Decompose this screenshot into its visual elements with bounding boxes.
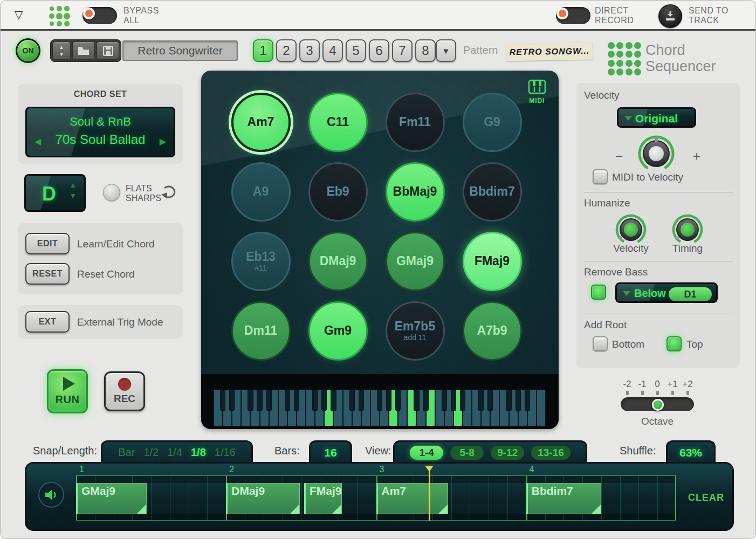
piano-key-black-33[interactable]	[525, 390, 530, 411]
clear-button[interactable]: CLEAR	[685, 492, 725, 504]
piano-key-black-17[interactable]	[377, 390, 382, 411]
piano-key-black-31[interactable]	[506, 390, 511, 411]
send-to-track-button[interactable]	[658, 4, 682, 28]
remove-bass-note[interactable]: D1	[669, 287, 712, 301]
pattern-name-tape[interactable]: RETRO SONGW...	[506, 43, 593, 61]
reset-button[interactable]: RESET	[25, 263, 70, 285]
run-button[interactable]: RUN	[47, 369, 88, 413]
resize-handle-icon[interactable]	[137, 505, 146, 514]
pattern-button-3[interactable]: 3	[299, 39, 320, 62]
preset-open-button[interactable]	[72, 42, 95, 60]
add-root-bottom-checkbox[interactable]	[593, 336, 608, 351]
view-range-9-12[interactable]: 9-12	[491, 446, 524, 460]
pattern-button-5[interactable]: 5	[346, 39, 366, 62]
chord-block-Bbdim7[interactable]: Bbdim7	[526, 483, 601, 514]
pattern-button-6[interactable]: 6	[369, 39, 389, 62]
direct-record-toggle[interactable]	[556, 7, 590, 24]
resize-handle-icon[interactable]	[438, 505, 448, 514]
chord-set-display[interactable]: Soul & RnB 70s Soul Ballad ◀ ▶	[25, 107, 175, 157]
piano-key-black-8[interactable]	[294, 390, 299, 411]
view-range-5-8[interactable]: 5-8	[450, 446, 484, 460]
piano-key-black-15[interactable]	[359, 390, 364, 411]
chord-pad-Em7b5[interactable]: Em7b5add 11	[386, 301, 445, 361]
snap-option-1-2[interactable]: 1/2	[143, 446, 159, 459]
preset-name-field[interactable]: Retro Songwriter	[122, 40, 238, 61]
chord-pad-Am7[interactable]: Am7	[231, 93, 291, 152]
shuffle-tab[interactable]: 63%	[666, 440, 716, 463]
resize-handle-icon[interactable]	[290, 505, 299, 514]
key-up-icon[interactable]: ▲	[69, 181, 77, 189]
window-menu-icon[interactable]: ▽	[15, 8, 23, 21]
piano-key-black-32[interactable]	[516, 390, 521, 411]
snap-option-1-4[interactable]: 1/4	[167, 446, 182, 459]
playhead[interactable]	[429, 468, 430, 521]
pattern-button-1[interactable]: 1	[253, 39, 273, 62]
chord-pad-Bbdim7[interactable]: Bbdim7	[463, 162, 522, 222]
piano-key-black-12[interactable]	[331, 390, 336, 411]
chord-block-Am7[interactable]: Am7	[376, 483, 449, 514]
pattern-button-7[interactable]: 7	[392, 39, 413, 62]
piano-key-black-28[interactable]	[478, 390, 484, 411]
piano-key-black-3[interactable]	[248, 390, 253, 411]
chord-pad-DMaj9[interactable]: DMaj9	[308, 232, 368, 291]
preset-down-icon[interactable]: ▼	[59, 51, 64, 58]
chord-pad-FMaj9[interactable]: FMaj9	[463, 232, 522, 291]
preset-spinner[interactable]: ▲ ▼	[52, 42, 71, 60]
resize-handle-icon[interactable]	[592, 505, 601, 514]
ext-button[interactable]: EXT	[25, 311, 70, 333]
preset-up-icon[interactable]: ▲	[59, 44, 64, 51]
piano-key-black-26[interactable]	[460, 390, 465, 411]
view-range-13-16[interactable]: 13-16	[531, 446, 571, 460]
piano-key-black-11[interactable]	[321, 390, 327, 411]
audition-button[interactable]	[38, 482, 64, 508]
snap-option-Bar[interactable]: Bar	[118, 446, 135, 459]
piano-key-black-29[interactable]	[487, 390, 493, 411]
chord-block-FMaj9[interactable]: FMaj9	[304, 483, 342, 514]
view-range-1-4[interactable]: 1-4	[410, 446, 443, 460]
chord-set-prev-icon[interactable]: ◀	[35, 136, 41, 147]
chord-pad-Fm11[interactable]: Fm11	[386, 93, 445, 152]
chord-pad-GMaj9[interactable]: GMaj9	[386, 232, 445, 291]
remove-bass-checkbox[interactable]	[591, 285, 606, 300]
chord-pad-A9[interactable]: A9	[231, 162, 291, 222]
player-on-button[interactable]: ON	[16, 38, 40, 63]
chord-pad-A7b9[interactable]: A7b9	[463, 301, 522, 361]
chord-pad-Dm11[interactable]: Dm11	[231, 301, 291, 361]
velocity-knob[interactable]	[636, 133, 677, 176]
chord-pad-C11[interactable]: C11	[308, 93, 368, 152]
chord-pad-Eb9[interactable]: Eb9	[308, 162, 368, 222]
piano-key-black-10[interactable]	[312, 390, 318, 411]
piano-key-black-14[interactable]	[349, 390, 355, 411]
piano-key-black-1[interactable]	[229, 390, 235, 411]
pattern-button-4[interactable]: 4	[322, 39, 343, 62]
chord-block-DMaj9[interactable]: DMaj9	[226, 483, 299, 514]
timeline-lane[interactable]: GMaj9DMaj9FMaj9Am7Bbdim7	[76, 475, 676, 521]
pattern-button-8[interactable]: 8	[415, 39, 436, 62]
chord-pad-Gm9[interactable]: Gm9	[308, 301, 368, 361]
key-selector-display[interactable]: D ▲ ▼	[24, 174, 86, 212]
pattern-button-2[interactable]: 2	[276, 39, 297, 62]
chord-pad-BbMaj9[interactable]: BbMaj9	[386, 162, 445, 222]
snap-option-1-8[interactable]: 1/8	[191, 446, 206, 459]
piano-key-black-4[interactable]	[257, 390, 262, 411]
bypass-all-toggle[interactable]	[83, 7, 117, 24]
piano-key-black-19[interactable]	[395, 390, 401, 411]
velocity-mode-dropdown[interactable]: Original	[617, 107, 696, 128]
chord-set-next-icon[interactable]: ▶	[160, 136, 166, 147]
piano-key-black-24[interactable]	[442, 390, 447, 411]
flats-sharps-button[interactable]	[103, 184, 120, 201]
piano-key-black-7[interactable]	[285, 390, 290, 411]
piano-key-black-21[interactable]	[414, 390, 419, 411]
preset-save-button[interactable]	[97, 42, 119, 60]
piano-key-black-22[interactable]	[423, 390, 428, 411]
midi-to-velocity-checkbox[interactable]	[593, 169, 608, 184]
edit-button[interactable]: EDIT	[25, 233, 70, 254]
resize-handle-icon[interactable]	[332, 505, 341, 514]
piano-key-black-18[interactable]	[386, 390, 391, 411]
chord-pad-G9[interactable]: G9	[463, 93, 522, 152]
bars-tab[interactable]: 16	[309, 440, 352, 463]
remove-bass-dropdown[interactable]: Below D1	[615, 282, 718, 303]
snap-option-1-16[interactable]: 1/16	[215, 446, 236, 459]
piano-key-black-25[interactable]	[451, 390, 456, 411]
piano-key-white-35[interactable]	[537, 390, 546, 426]
